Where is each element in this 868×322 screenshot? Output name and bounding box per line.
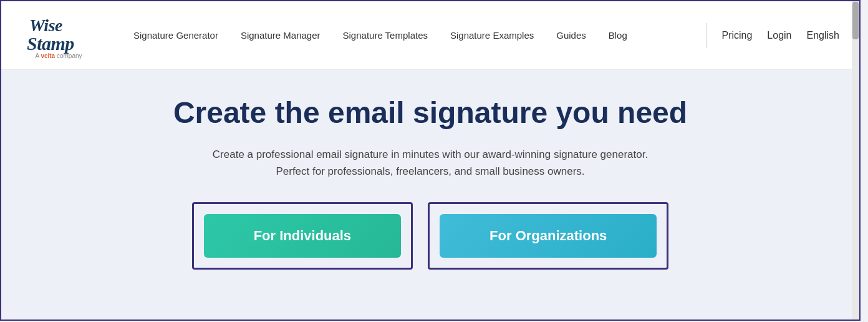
cta-buttons: For Individuals For Organizations	[192, 202, 669, 270]
nav-pricing[interactable]: Pricing	[721, 30, 752, 41]
nav-signature-examples[interactable]: Signature Examples	[450, 30, 534, 41]
nav-signature-generator[interactable]: Signature Generator	[133, 30, 218, 41]
hero-subtitle-line2: Perfect for professionals, freelancers, …	[276, 165, 584, 177]
for-individuals-button[interactable]: For Individuals	[204, 214, 401, 258]
svg-text:Wise: Wise	[29, 16, 62, 35]
header: Wise Stamp A vcita company Signature Gen…	[1, 1, 859, 70]
nav-divider	[706, 23, 706, 48]
main-nav: Signature Generator Signature Manager Si…	[133, 30, 706, 41]
cta-card-organizations: For Organizations	[428, 202, 668, 270]
nav-right: Pricing Login English	[706, 23, 839, 48]
logo-svg: Wise Stamp	[24, 11, 93, 55]
nav-signature-templates[interactable]: Signature Templates	[343, 30, 428, 41]
svg-text:Stamp: Stamp	[27, 33, 74, 54]
hero-title: Create the email signature you need	[173, 95, 687, 131]
for-organizations-button[interactable]: For Organizations	[440, 214, 657, 258]
nav-blog[interactable]: Blog	[609, 30, 627, 41]
logo-area[interactable]: Wise Stamp A vcita company	[21, 11, 96, 59]
page-wrapper: Wise Stamp A vcita company Signature Gen…	[0, 0, 861, 321]
nav-signature-manager[interactable]: Signature Manager	[241, 30, 321, 41]
scrollbar-thumb	[852, 2, 859, 39]
scrollbar[interactable]	[852, 1, 859, 321]
hero-subtitle: Create a professional email signature in…	[213, 146, 648, 180]
cta-card-individuals: For Individuals	[192, 202, 413, 270]
nav-language[interactable]: English	[807, 30, 839, 41]
hero-subtitle-line1: Create a professional email signature in…	[213, 149, 648, 160]
nav-guides[interactable]: Guides	[556, 30, 586, 41]
vcita-tagline: A vcita company	[35, 52, 82, 59]
hero-section: Create the email signature you need Crea…	[1, 70, 859, 282]
nav-login[interactable]: Login	[767, 30, 791, 41]
